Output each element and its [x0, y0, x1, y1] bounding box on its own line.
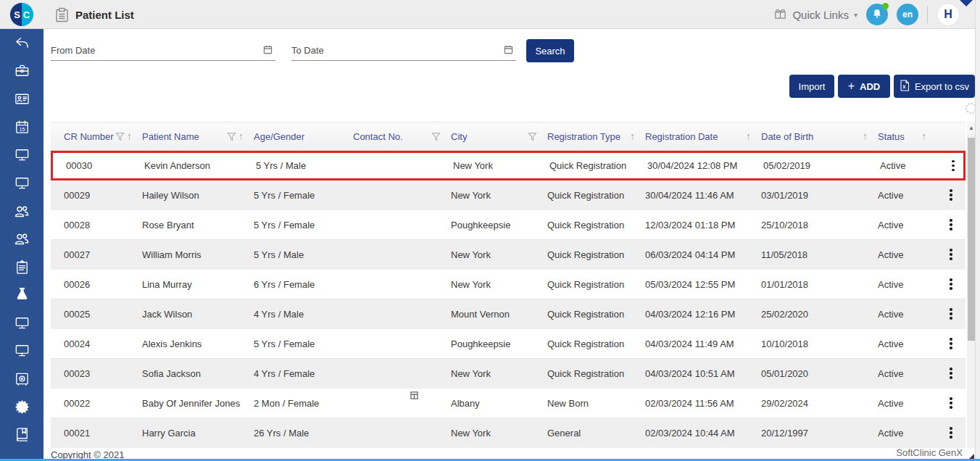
row-menu-button[interactable] [947, 216, 955, 233]
row-menu-button[interactable] [947, 305, 955, 323]
cell-city: New York [451, 428, 547, 439]
sidebar-item-records[interactable] [0, 253, 43, 281]
add-label: ADD [860, 81, 880, 92]
row-menu-button[interactable] [949, 157, 958, 175]
sidebar-item-book[interactable] [0, 420, 43, 449]
cell-registration-type: General [547, 428, 645, 439]
column-icons: ↑ [746, 131, 751, 141]
table-row[interactable]: 00029Hailey Wilson5 Yrs / FemaleNew York… [51, 180, 966, 210]
cell-registration-type: Quick Registration [547, 339, 645, 349]
sidebar-item-monitor-2[interactable] [0, 169, 43, 197]
column-icons: ↑ [630, 131, 635, 141]
sort-up-icon[interactable]: ↑ [238, 131, 244, 141]
table-row[interactable]: 00021Harry Garcia26 Yrs / MaleNew YorkGe… [51, 418, 966, 448]
filter-icon[interactable] [431, 132, 441, 141]
cell-status: Active [878, 279, 937, 290]
table-widget-icon [410, 389, 418, 402]
from-date-input[interactable] [51, 41, 263, 60]
cell-cr-number: 00027 [51, 249, 142, 260]
sidebar-item-monitor-1[interactable] [0, 141, 43, 169]
table-row[interactable]: 00022Baby Of Jennifer Jones2 Mon / Femal… [51, 389, 966, 418]
column-icons: ↑ [227, 131, 244, 141]
table-scrollbar-thumb[interactable] [968, 138, 975, 341]
cell-age-gender: 5 Yrs / Female [254, 220, 353, 230]
filter-icon[interactable] [115, 132, 125, 141]
row-menu-button[interactable] [947, 186, 955, 204]
filter-icon[interactable] [528, 132, 537, 141]
cell-city: Mount Vernon [451, 309, 547, 320]
sidebar-item-patients-1[interactable] [0, 197, 43, 225]
row-menu-button[interactable] [947, 246, 955, 263]
column-header-registration-date[interactable]: Registration Date↑ [645, 122, 761, 150]
sidebar-item-id-card[interactable] [0, 85, 43, 113]
table-row[interactable]: 00024Alexis Jenkins5 Yrs / FemalePoughke… [51, 329, 966, 359]
user-avatar[interactable]: H [937, 3, 960, 26]
sort-up-icon[interactable]: ↑ [921, 131, 926, 141]
sidebar-item-badge[interactable] [0, 393, 43, 421]
sidebar-item-back[interactable] [0, 29, 43, 57]
table-row[interactable]: 00023Sofia Jackson4 Yrs / FemaleNew York… [51, 359, 966, 389]
add-button[interactable]: + ADD [838, 75, 890, 98]
sort-up-icon[interactable]: ↑ [630, 131, 635, 141]
cell-cr-number: 00023 [51, 368, 142, 379]
sidebar-item-calendar[interactable]: 15 [0, 113, 43, 141]
cell-status: Active [878, 368, 937, 379]
search-button[interactable]: Search [526, 39, 574, 62]
column-header-registration-type[interactable]: Registration Type↑ [547, 122, 645, 150]
cell-date-of-birth: 11/05/2018 [761, 249, 878, 260]
to-date-input[interactable] [291, 41, 504, 60]
column-label: Registration Type [547, 131, 620, 142]
sidebar-item-monitor-4[interactable] [0, 337, 43, 365]
sidebar-item-patients-2[interactable] [0, 225, 43, 253]
cell-registration-date: 05/03/2024 12:55 PM [645, 279, 761, 290]
column-header-city[interactable]: City [451, 122, 547, 150]
cell-city: New York [451, 279, 547, 290]
table-row[interactable]: 00026Lina Murray6 Yrs / FemaleNew YorkQu… [51, 270, 966, 299]
column-header-date-of-birth[interactable]: Date of Birth↑ [761, 122, 878, 150]
sidebar-item-monitor-3[interactable] [0, 309, 43, 337]
to-date-field[interactable] [291, 41, 516, 61]
cell-patient-name: Harry Garcia [142, 428, 254, 439]
cell-registration-type: Quick Registration [547, 309, 645, 320]
sidebar-item-briefcase[interactable] [0, 57, 43, 86]
cell-patient-name: Lina Murray [142, 279, 254, 290]
sort-up-icon[interactable]: ↑ [863, 131, 868, 141]
column-header-contact-no[interactable]: Contact No. [353, 122, 451, 150]
language-button[interactable]: en [897, 4, 918, 25]
sidebar-item-safe[interactable] [0, 365, 43, 393]
app-logo[interactable]: S C [10, 3, 33, 26]
badge-icon [14, 399, 30, 415]
notification-dot [882, 3, 889, 9]
from-date-field[interactable] [51, 41, 275, 61]
patient-table: CR Number↑Patient Name↑Age/GenderContact… [51, 122, 966, 448]
row-menu-button[interactable] [947, 394, 955, 412]
sort-up-icon[interactable]: ↑ [127, 131, 132, 141]
table-row[interactable]: 00025Jack Wilson4 Yrs / MaleMount Vernon… [51, 299, 966, 329]
notifications-button[interactable] [866, 4, 888, 25]
filter-icon[interactable] [227, 132, 236, 141]
calendar-picker-icon[interactable] [263, 44, 273, 57]
calendar-picker-icon[interactable] [504, 44, 513, 57]
app-window: S C Patient List Quick Links ▾ [0, 0, 980, 461]
import-button[interactable]: Import [789, 75, 834, 98]
cell-registration-date: 04/03/2024 12:16 PM [645, 309, 761, 320]
column-header-patient-name[interactable]: Patient Name↑ [142, 122, 254, 150]
table-row[interactable]: 00030Kevin Anderson5 Yrs / MaleNew YorkQ… [51, 151, 966, 180]
row-menu-button[interactable] [947, 275, 955, 293]
cell-registration-type: Quick Registration [547, 249, 645, 260]
quick-links-button[interactable]: Quick Links ▾ [773, 7, 858, 22]
sidebar-item-lab[interactable] [0, 281, 43, 309]
sort-up-icon[interactable]: ↑ [746, 131, 751, 141]
column-header-cr-number[interactable]: CR Number↑ [51, 122, 142, 150]
row-menu-button[interactable] [947, 365, 955, 382]
export-csv-button[interactable]: Export to csv [894, 75, 975, 98]
cell-registration-type: Quick Registration [547, 190, 645, 201]
row-menu-button[interactable] [947, 424, 955, 441]
table-row[interactable]: 00028Rose Bryant5 Yrs / FemalePoughkeeps… [51, 210, 966, 240]
page-scrollbar[interactable] [975, 0, 980, 461]
column-header-status[interactable]: Status↑ [878, 122, 937, 150]
column-header-age-gender[interactable]: Age/Gender [254, 122, 353, 150]
cell-date-of-birth: 29/02/2024 [761, 398, 878, 409]
table-row[interactable]: 00027William Morris5 Yrs / MaleNew YorkQ… [51, 240, 966, 270]
row-menu-button[interactable] [947, 335, 955, 352]
